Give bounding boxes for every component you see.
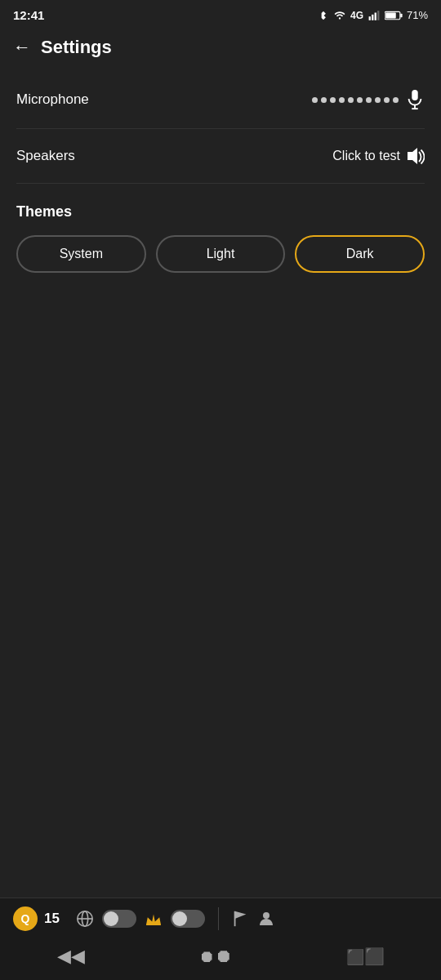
nav-back-button[interactable]: ◀ [57,946,85,967]
mic-dot [366,97,372,103]
mic-dot [330,97,336,103]
vertical-divider [218,907,219,930]
bluetooth-icon [318,9,329,22]
q-label: Q [21,912,30,925]
nav-home-button[interactable]: ⏺ [198,946,233,967]
theme-buttons-group: System Light Dark [16,235,425,273]
crown-icon [145,911,163,926]
network-type: 4G [350,10,363,21]
click-to-test-label: Click to test [332,149,400,163]
nav-bar: ◀ ⏺ ⬛ [0,939,441,980]
badge-count: 15 [44,911,60,927]
mic-dot [357,97,363,103]
mic-dot [348,97,354,103]
speakers-label: Speakers [16,148,75,164]
mic-dot [312,97,318,103]
bottom-status-row: Q 15 [0,898,441,939]
microphone-row: Microphone [16,71,425,129]
user-icon [256,909,276,929]
microphone-control[interactable] [312,89,425,110]
nav-square-button[interactable]: ⬛ [346,947,385,966]
toggle-switch-1[interactable] [102,910,136,928]
svg-marker-18 [235,911,247,919]
mic-dot [339,97,345,103]
svg-rect-3 [375,12,376,20]
status-bar: 12:41 4G 71% [0,0,441,27]
svg-marker-15 [146,915,161,925]
toggle-switch-2[interactable] [171,910,205,928]
mic-dot [375,97,381,103]
svg-rect-2 [372,14,373,20]
svg-rect-1 [369,16,371,20]
bottom-icons [76,907,428,930]
mic-dot [321,97,327,103]
theme-system-button[interactable]: System [16,235,146,273]
svg-marker-11 [408,148,417,164]
theme-dark-button[interactable]: Dark [295,235,425,273]
svg-rect-16 [146,924,161,925]
toggle-knob-2 [172,911,187,926]
status-icons: 4G 71% [318,9,428,22]
microphone-label: Microphone [16,91,89,108]
wifi-icon [333,10,346,21]
mic-dot [384,97,390,103]
svg-rect-4 [377,11,379,20]
mic-dots [312,97,399,103]
svg-rect-7 [385,12,396,18]
speaker-icon [405,147,425,165]
status-time: 12:41 [13,8,44,22]
settings-header: ← Settings [0,27,441,71]
battery-percent: 71% [407,9,428,21]
battery-icon [385,10,403,21]
svg-rect-8 [412,90,417,100]
theme-light-button[interactable]: Light [156,235,286,273]
svg-point-19 [263,912,270,919]
settings-section: Microphone Spea [0,71,441,184]
themes-title: Themes [16,203,425,220]
click-to-test-button[interactable]: Click to test [332,147,425,165]
speakers-row: Speakers Click to test [16,129,425,184]
svg-rect-6 [400,13,402,17]
flag-icon [232,910,248,928]
back-button[interactable]: ← [13,37,31,58]
svg-point-0 [339,17,341,19]
globe-icon [76,910,94,928]
bottom-bar: Q 15 [0,898,441,980]
themes-section: Themes System Light Dark [0,184,441,286]
page-title: Settings [41,37,112,58]
mic-dot [393,97,399,103]
q-badge: Q [13,906,38,931]
microphone-icon [405,89,425,110]
signal-icon [368,10,381,21]
toggle-knob-1 [104,911,118,926]
